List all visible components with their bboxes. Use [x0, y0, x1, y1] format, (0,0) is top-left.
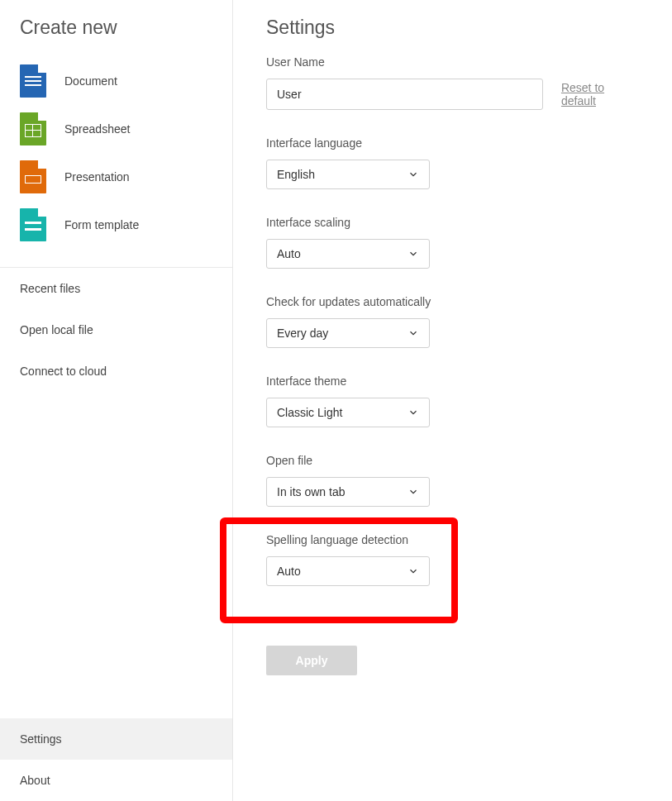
theme-select[interactable]: Classic Light: [266, 398, 430, 427]
chevron-down-icon: [407, 565, 419, 577]
presentation-icon: [20, 160, 46, 193]
nav-about[interactable]: About: [0, 760, 232, 801]
spelling-select[interactable]: Auto: [266, 556, 430, 586]
page-title: Settings: [266, 17, 639, 39]
sidebar-bottom: Settings About: [0, 718, 232, 801]
create-label: Spreadsheet: [64, 122, 130, 136]
language-select[interactable]: English: [266, 160, 430, 189]
language-value: English: [277, 168, 315, 181]
scaling-label: Interface scaling: [266, 216, 639, 229]
create-presentation[interactable]: Presentation: [20, 153, 212, 201]
openfile-value: In its own tab: [277, 485, 346, 498]
create-spreadsheet[interactable]: Spreadsheet: [20, 105, 212, 153]
spreadsheet-icon: [20, 112, 46, 145]
spelling-value: Auto: [277, 565, 301, 578]
openfile-select[interactable]: In its own tab: [266, 477, 430, 507]
apply-button[interactable]: Apply: [266, 646, 357, 675]
nav-connect-to-cloud[interactable]: Connect to cloud: [0, 350, 232, 392]
chevron-down-icon: [407, 169, 419, 180]
field-open-file: Open file In its own tab: [266, 454, 639, 507]
app-root: Create new Document Spreadsheet Presenta…: [0, 0, 672, 801]
sidebar: Create new Document Spreadsheet Presenta…: [0, 0, 233, 801]
scaling-value: Auto: [277, 247, 301, 260]
create-document[interactable]: Document: [20, 57, 212, 105]
updates-value: Every day: [277, 327, 328, 340]
field-interface-language: Interface language English: [266, 136, 639, 189]
field-spelling-detection: Spelling language detection Auto: [266, 533, 639, 586]
form-template-icon: [20, 208, 46, 241]
create-label: Document: [64, 74, 117, 88]
sidebar-title: Create new: [20, 17, 212, 39]
nav-recent-files[interactable]: Recent files: [0, 268, 232, 309]
chevron-down-icon: [407, 486, 419, 498]
username-input[interactable]: [266, 79, 543, 110]
create-label: Form template: [64, 218, 139, 231]
username-label: User Name: [266, 55, 639, 69]
updates-label: Check for updates automatically: [266, 295, 639, 308]
field-check-updates: Check for updates automatically Every da…: [266, 295, 639, 348]
nav-open-local-file[interactable]: Open local file: [0, 309, 232, 350]
sidebar-top: Create new Document Spreadsheet Presenta…: [0, 0, 232, 260]
field-username: User Name Reset to default: [266, 55, 639, 110]
chevron-down-icon: [407, 407, 419, 418]
create-form-template[interactable]: Form template: [20, 201, 212, 249]
scaling-select[interactable]: Auto: [266, 239, 430, 269]
theme-label: Interface theme: [266, 374, 639, 388]
language-label: Interface language: [266, 136, 639, 150]
reset-to-default-link[interactable]: Reset to default: [561, 81, 639, 107]
theme-value: Classic Light: [277, 406, 342, 419]
field-interface-scaling: Interface scaling Auto: [266, 216, 639, 269]
username-row: Reset to default: [266, 79, 639, 110]
nav-settings[interactable]: Settings: [0, 718, 232, 760]
spelling-label: Spelling language detection: [266, 533, 639, 546]
document-icon: [20, 64, 46, 98]
chevron-down-icon: [407, 327, 419, 339]
updates-select[interactable]: Every day: [266, 318, 430, 348]
chevron-down-icon: [407, 248, 419, 260]
openfile-label: Open file: [266, 454, 639, 467]
create-label: Presentation: [64, 170, 130, 184]
settings-panel: Settings User Name Reset to default Inte…: [233, 0, 672, 801]
field-interface-theme: Interface theme Classic Light: [266, 374, 639, 427]
